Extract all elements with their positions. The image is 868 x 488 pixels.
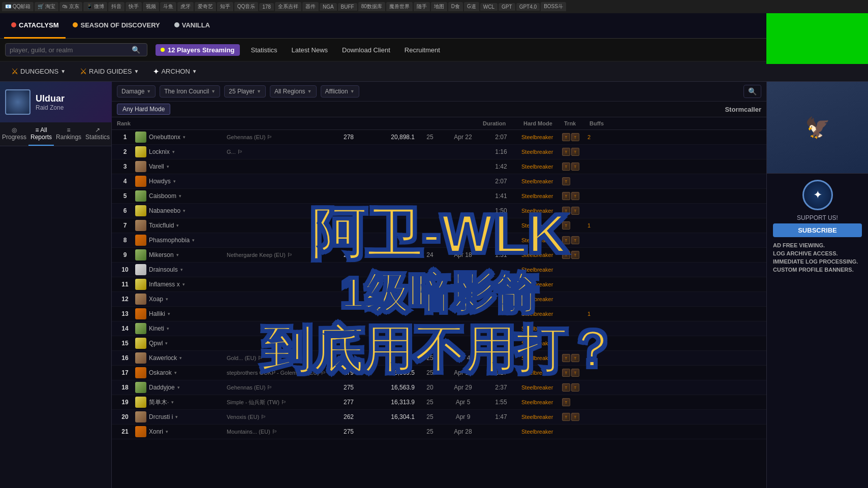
browser-tab-more19[interactable]: G道 bbox=[464, 2, 479, 11]
table-row[interactable]: 5 Caisboom ▾ 1:41 Steelbreaker TT bbox=[112, 189, 766, 204]
subscribe-button[interactable]: SUBSCRIBE bbox=[773, 223, 862, 237]
table-row[interactable]: 11 Inflamess x ▾ Steelbreaker bbox=[112, 277, 766, 292]
table-row[interactable]: 10 Drainsouls ▾ Steelbreaker bbox=[112, 263, 766, 277]
player-chevron[interactable]: ▾ bbox=[183, 135, 185, 140]
nav-tab-cataclysm[interactable]: CATACLYSM bbox=[4, 13, 66, 39]
player-chevron[interactable]: ▾ bbox=[192, 238, 195, 243]
player-chevron[interactable]: ▾ bbox=[168, 311, 170, 316]
browser-tab-more6[interactable]: 爱奇艺 bbox=[195, 2, 216, 11]
player-chevron[interactable]: ▾ bbox=[175, 414, 178, 419]
table-row[interactable]: 14 Kineti ▾ Steelbreaker bbox=[112, 321, 766, 336]
trnk-icon: T bbox=[562, 383, 570, 392]
browser-tab-more22[interactable]: GPT4.0 bbox=[516, 3, 540, 11]
table-row[interactable]: 19 简单木· ▾ Simple - 仙兵斯 (TW) 🏳 277 16,313… bbox=[112, 395, 766, 410]
player-chevron[interactable]: ▾ bbox=[173, 179, 176, 184]
table-row[interactable]: 18 Daddyjoe ▾ Gehennas (EU) 🏳 275 16,563… bbox=[112, 380, 766, 395]
table-row[interactable]: 17 Oskarok ▾ stepbrothers GOKP - Golemag… bbox=[112, 366, 766, 380]
streaming-badge[interactable]: 12 Players Streaming bbox=[156, 44, 240, 56]
browser-tab-more7[interactable]: 知乎 bbox=[217, 2, 233, 11]
browser-tab-more14[interactable]: 80数据库 bbox=[358, 2, 385, 11]
table-row[interactable]: 6 Nabaneebo ▾ 1:50 Steelbreaker TT bbox=[112, 204, 766, 218]
player-chevron[interactable]: ▾ bbox=[182, 282, 185, 287]
player-chevron[interactable]: ▾ bbox=[183, 208, 185, 213]
table-row[interactable]: 13 Halliki ▾ Steelbreaker 1 bbox=[112, 307, 766, 321]
filter-region[interactable]: All Regions ▼ bbox=[270, 85, 317, 97]
player-chevron[interactable]: ▾ bbox=[165, 341, 168, 346]
table-row[interactable]: 12 Xoap ▾ Steelbreaker bbox=[112, 292, 766, 307]
guild-realm: Venoxis (EU) 🏳 bbox=[227, 414, 328, 420]
nav-tab-vanilla[interactable]: VANILLA bbox=[167, 13, 217, 39]
statistics-link[interactable]: Statistics bbox=[248, 46, 281, 54]
download-client-link[interactable]: Download Client bbox=[339, 46, 393, 54]
player-chevron[interactable]: ▾ bbox=[179, 355, 182, 361]
browser-tab-more9[interactable]: 178 bbox=[259, 3, 274, 11]
browser-tab-weibo[interactable]: 📱 微博 bbox=[83, 2, 107, 11]
browser-tab-taobao[interactable]: 🛒 淘宝 bbox=[35, 2, 58, 11]
table-search-button[interactable]: 🔍 bbox=[743, 85, 761, 98]
latest-news-link[interactable]: Latest News bbox=[289, 46, 331, 54]
tab-all-reports[interactable]: ≡ All Reports bbox=[28, 122, 54, 146]
nav-raid-guides[interactable]: ⚔ RAID GUIDES ▼ bbox=[74, 61, 145, 82]
table-row[interactable]: 21 Xonri ▾ Mountains... (EU) 🏳 275 25 Ap… bbox=[112, 425, 766, 439]
tab-statistics[interactable]: ↗ Statistics bbox=[83, 122, 112, 146]
table-row[interactable]: 3 Varell ▾ 1:42 Steelbreaker TT bbox=[112, 159, 766, 174]
browser-tab-more20[interactable]: WCL bbox=[480, 3, 498, 11]
browser-tab-more13[interactable]: BUFF bbox=[338, 3, 357, 11]
nav-dungeons[interactable]: ⚔ DUNGEONS ▼ bbox=[5, 61, 72, 82]
trnk-icons: TT bbox=[562, 133, 587, 141]
browser-tab-more2[interactable]: 快手 bbox=[126, 2, 142, 11]
player-chevron[interactable]: ▾ bbox=[180, 267, 183, 272]
browser-tab-more5[interactable]: 虎牙 bbox=[177, 2, 194, 11]
player-name-text: Howdys bbox=[149, 178, 171, 185]
filter-boss[interactable]: The Iron Council ▼ bbox=[160, 85, 220, 97]
browser-tab-more12[interactable]: NGA bbox=[320, 3, 337, 11]
browser-tab-more21[interactable]: GPT bbox=[499, 3, 515, 11]
browser-tab-more[interactable]: 抖音 bbox=[108, 2, 125, 11]
table-row[interactable]: 15 Qpwl ▾ Steelbreaker bbox=[112, 336, 766, 351]
table-row[interactable]: 4 Howdys ▾ 2:07 Steelbreaker T bbox=[112, 174, 766, 189]
tab-progress[interactable]: ◎ Progress bbox=[0, 122, 28, 146]
filter-damage[interactable]: Damage ▼ bbox=[117, 85, 156, 97]
table-row[interactable]: 20 Drcrusti i ▾ Venoxis (EU) 🏳 262 16,30… bbox=[112, 410, 766, 425]
nav-archon[interactable]: ✦ ARCHON ▼ bbox=[147, 61, 203, 82]
player-chevron[interactable]: ▾ bbox=[176, 223, 179, 228]
browser-tab-more10[interactable]: 全系吉祥 bbox=[275, 2, 301, 11]
table-row[interactable]: 7 Toxicfluid ▾ 1:57 Steelbreaker T 1 bbox=[112, 218, 766, 233]
browser-tab-more23[interactable]: BOSS斗 bbox=[541, 2, 566, 11]
browser-tab-more11[interactable]: 器件 bbox=[302, 2, 319, 11]
tab-rankings[interactable]: ≡ Rankings bbox=[54, 122, 83, 146]
player-chevron[interactable]: ▾ bbox=[171, 400, 174, 405]
player-chevron[interactable]: ▾ bbox=[166, 429, 168, 434]
mode-any[interactable]: Any Hard Mode bbox=[117, 104, 170, 115]
browser-tab-qq[interactable]: 📧 QQ邮箱 bbox=[2, 2, 34, 11]
browser-tab-more16[interactable]: 随手 bbox=[414, 2, 430, 11]
search-wrap[interactable]: 🔍 bbox=[5, 43, 147, 56]
player-chevron[interactable]: ▾ bbox=[176, 252, 179, 257]
browser-tab-more3[interactable]: 视频 bbox=[143, 2, 159, 11]
table-row[interactable]: 16 Kawerlock ▾ Gold... (EU) 🏳 25 Apr 4 S… bbox=[112, 351, 766, 366]
browser-tab-jd[interactable]: 🛍 京东 bbox=[59, 2, 82, 11]
table-row[interactable]: 8 Phasmophobia ▾ 1:26 Steelbreaker TT bbox=[112, 233, 766, 248]
player-chevron[interactable]: ▾ bbox=[172, 149, 175, 154]
player-chevron[interactable]: ▾ bbox=[167, 164, 169, 169]
table-row[interactable]: 9 Mikerson ▾ Nethergarde Keep (EU) 🏳 278… bbox=[112, 248, 766, 263]
player-chevron[interactable]: ▾ bbox=[166, 297, 168, 302]
player-chevron[interactable]: ▾ bbox=[179, 193, 181, 199]
browser-tab-more17[interactable]: 地图 bbox=[431, 2, 447, 11]
browser-tab-more18[interactable]: D食 bbox=[448, 2, 463, 11]
search-icon[interactable]: 🔍 bbox=[132, 46, 140, 54]
search-input[interactable] bbox=[10, 46, 132, 54]
player-chevron[interactable]: ▾ bbox=[167, 326, 169, 331]
browser-tab-more8[interactable]: QQ音乐 bbox=[234, 2, 259, 11]
browser-tab-more4[interactable]: 斗鱼 bbox=[160, 2, 176, 11]
player-name-text: 简单木· bbox=[149, 398, 169, 407]
table-row[interactable]: 1 Onebuttonx ▾ Gehennas (EU) 🏳 278 20,89… bbox=[112, 130, 766, 145]
filter-spec[interactable]: Affliction ▼ bbox=[321, 85, 359, 97]
browser-tab-more15[interactable]: 魔兽世界 bbox=[386, 2, 413, 11]
player-chevron[interactable]: ▾ bbox=[177, 385, 180, 390]
player-chevron[interactable]: ▾ bbox=[174, 370, 177, 375]
table-row[interactable]: 2 Locknix ▾ G... 🏳 1:16 Steelbreaker TT bbox=[112, 145, 766, 159]
nav-tab-sod[interactable]: SEASON OF DISCOVERY bbox=[66, 13, 167, 39]
recruitment-link[interactable]: Recruitment bbox=[401, 46, 443, 54]
filter-size[interactable]: 25 Player ▼ bbox=[224, 85, 266, 97]
